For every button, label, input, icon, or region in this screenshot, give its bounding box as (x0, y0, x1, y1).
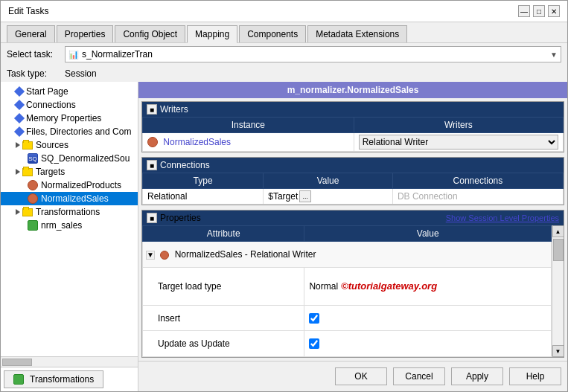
tab-mapping[interactable]: Mapping (187, 25, 237, 43)
writers-section: ■ Writers Instance Writers (141, 101, 564, 152)
properties-col-attribute: Attribute (143, 226, 304, 242)
connections-section-title: Connections (160, 160, 210, 170)
tree-item-label: Memory Properties (26, 113, 101, 123)
properties-section-header: ■ Properties Show Session Level Properti… (142, 211, 564, 225)
properties-vertical-scrollbar[interactable]: ▲ ▼ (552, 225, 564, 357)
tree-item-files-dirs[interactable]: Files, Directories and Com (1, 125, 138, 138)
connections-section: ■ Connections Type Value Connections (141, 157, 564, 205)
tab-components[interactable]: Components (239, 25, 306, 42)
tree-item-normalized-products[interactable]: NormalizedProducts (1, 179, 138, 192)
connections-value-browse-button[interactable]: ... (299, 190, 311, 202)
show-session-level-properties-link[interactable]: Show Session Level Properties (446, 213, 559, 222)
tab-metadata-extensions[interactable]: Metadata Extensions (307, 25, 407, 42)
tree-item-targets[interactable]: Targets (1, 165, 138, 179)
apply-button[interactable]: Apply (451, 367, 503, 385)
writers-instance-link[interactable]: NormalizedSales (163, 137, 231, 147)
tree-item-sources[interactable]: Sources (1, 138, 138, 152)
tree-item-normalized-sales[interactable]: NormalizedSales (1, 192, 138, 205)
window-title: Edit Tasks (8, 6, 48, 16)
properties-collapse-button[interactable]: ■ (147, 213, 157, 223)
properties-section-title: Properties (160, 213, 201, 223)
scroll-thumb[interactable] (2, 359, 32, 366)
writers-section-header: ■ Writers (142, 102, 564, 117)
sidebar: Start Page Connections Memory Properties… (1, 82, 138, 391)
maximize-button[interactable]: □ (533, 5, 545, 17)
writers-collapse-button[interactable]: ■ (147, 104, 157, 115)
connections-value-cell: $Target ... (264, 189, 393, 205)
table-row: NormalizedSales Relational Writer (143, 133, 564, 152)
tree-item-label: nrm_sales (41, 220, 82, 231)
ok-button[interactable]: OK (335, 367, 387, 385)
connections-col-connections: Connections (392, 173, 563, 189)
writer-icon (28, 193, 38, 204)
cancel-button[interactable]: Cancel (393, 367, 445, 385)
tree-item-label: Connections (26, 100, 76, 110)
select-task-dropdown-arrow[interactable]: ▼ (550, 51, 558, 59)
tree-item-connections[interactable]: Connections (1, 98, 138, 112)
diamond-icon (14, 113, 25, 123)
scroll-up-arrow[interactable]: ▲ (552, 225, 564, 237)
close-button[interactable]: ✕ (548, 5, 560, 17)
tree-item-label: Start Page (26, 86, 68, 97)
sub-header-expand-icon[interactable]: ▼ (146, 251, 155, 260)
sub-header-writer-icon (160, 251, 169, 260)
title-bar-controls: — □ ✕ (518, 5, 560, 17)
task-type-row: Task type: Session (1, 65, 567, 82)
writers-writer-dropdown[interactable]: Relational Writer (359, 135, 558, 150)
tree-item-nrm-sales[interactable]: nrm_sales (1, 219, 138, 232)
diamond-icon (14, 126, 25, 137)
folder-icon (22, 141, 33, 150)
tree-item-memory-properties[interactable]: Memory Properties (1, 112, 138, 125)
expand-icon[interactable] (16, 142, 20, 148)
tree-item-label: Targets (36, 167, 65, 177)
select-task-label: Select task: (7, 49, 59, 60)
main-content: Start Page Connections Memory Properties… (1, 82, 567, 391)
writers-writer-cell: Relational Writer (354, 133, 563, 152)
insert-checkbox[interactable] (309, 313, 319, 324)
scroll-down-arrow[interactable]: ▼ (552, 345, 564, 357)
help-button[interactable]: Help (509, 367, 561, 385)
properties-sub-header-row: ▼ NormalizedSales - Relational Writer (143, 242, 552, 268)
scroll-thumb[interactable] (553, 239, 564, 261)
tree-item-label: Sources (36, 140, 68, 150)
panel-header: m_normalizer.NormalizedSales (138, 82, 567, 98)
task-type-label: Task type: (7, 68, 59, 79)
tab-config-object[interactable]: Config Object (115, 25, 185, 42)
writers-section-title: Writers (160, 104, 188, 115)
table-row: Relational $Target ... DB Connection (143, 189, 564, 205)
minimize-button[interactable]: — (518, 5, 530, 17)
writers-col-instance: Instance (143, 118, 354, 133)
transform-icon (28, 220, 38, 231)
sidebar-horizontal-scrollbar[interactable] (1, 356, 138, 367)
diamond-icon (14, 86, 25, 97)
update-as-update-checkbox[interactable] (309, 338, 319, 349)
tabs-bar: General Properties Config Object Mapping… (1, 22, 567, 43)
tree-item-label: SQ_DenormalizedSou (41, 153, 130, 164)
connections-collapse-button[interactable]: ■ (147, 160, 157, 170)
connections-section-header: ■ Connections (142, 158, 564, 173)
tab-general[interactable]: General (7, 25, 55, 42)
tree-item-transformations[interactable]: Transformations (1, 205, 138, 219)
transform-footer-icon (13, 374, 24, 385)
connections-value-text: $Target (268, 191, 298, 202)
transformations-label: Transformations (30, 374, 94, 385)
properties-table: Attribute Value ▼ NormalizedSales - Re (142, 225, 552, 357)
writer-icon (28, 180, 38, 190)
tree-item-sq-denormalized[interactable]: SQ SQ_DenormalizedSou (1, 152, 138, 165)
tree-item-start-page[interactable]: Start Page (1, 85, 138, 98)
properties-checkbox-cell (304, 331, 552, 357)
tab-properties[interactable]: Properties (57, 25, 114, 42)
writers-dropdown-container: Relational Writer (359, 135, 558, 150)
bottom-buttons: OK Cancel Apply Help (138, 361, 567, 391)
expand-icon[interactable] (16, 169, 20, 175)
connections-type-cell: Relational (143, 189, 264, 205)
transformations-button[interactable]: Transformations (4, 370, 103, 388)
expand-icon[interactable] (16, 209, 20, 215)
tree-item-label: Files, Directories and Com (26, 126, 131, 137)
folder-icon (22, 208, 33, 216)
properties-value-cell: Normal ©tutorialgateway.org (304, 267, 552, 305)
right-panel: m_normalizer.NormalizedSales ■ Writers I… (138, 82, 567, 391)
tree-item-label: Transformations (36, 207, 100, 217)
connections-connection-cell: DB Connection (392, 189, 563, 205)
tree-item-label: NormalizedProducts (41, 180, 121, 190)
